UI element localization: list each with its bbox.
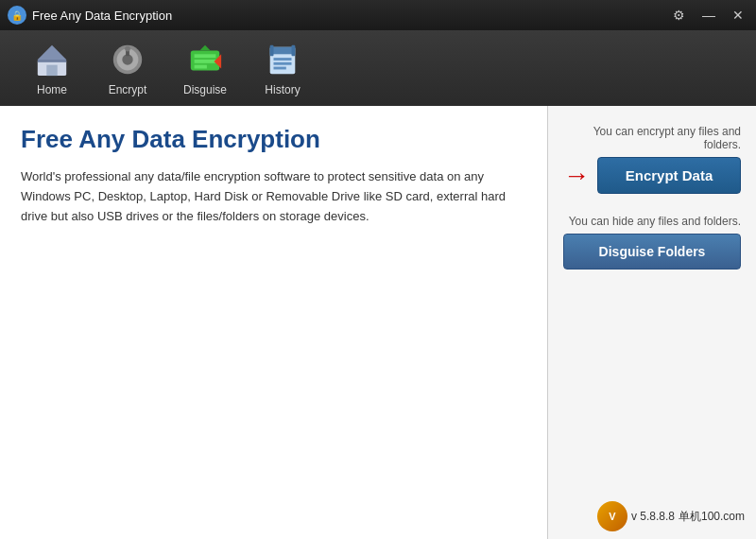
toolbar: Home Encrypt Disguise: [0, 30, 756, 106]
settings-icon[interactable]: ⚙: [668, 6, 690, 25]
disguise-folders-button[interactable]: Disguise Folders: [563, 234, 741, 270]
arrow-area: → Encrypt Data: [563, 157, 741, 194]
toolbar-item-history[interactable]: History: [249, 34, 316, 102]
svg-rect-4: [46, 65, 57, 76]
left-panel: Free Any Data Encryption World's profess…: [0, 106, 548, 539]
encrypt-icon: [108, 40, 147, 79]
app-title: Free Any Data Encryption: [32, 9, 668, 23]
encrypt-data-button[interactable]: Encrypt Data: [597, 157, 741, 194]
svg-rect-15: [195, 65, 207, 69]
encrypt-section: You can encrypt any files and folders. →…: [563, 125, 741, 194]
svg-rect-20: [274, 67, 286, 70]
toolbar-item-disguise[interactable]: Disguise: [170, 34, 240, 102]
svg-rect-22: [270, 45, 274, 56]
main-content: Free Any Data Encryption World's profess…: [0, 106, 756, 539]
disguise-section: You can hide any files and folders. Disg…: [563, 215, 741, 270]
window-controls: ⚙ — ✕: [668, 6, 748, 25]
home-label: Home: [37, 83, 67, 96]
disguise-icon: [185, 40, 225, 79]
svg-marker-3: [38, 45, 66, 60]
history-label: History: [265, 83, 300, 96]
svg-marker-12: [199, 45, 210, 51]
history-icon: [263, 40, 302, 79]
watermark-site: 单机100.com: [679, 509, 745, 525]
disguise-hint: You can hide any files and folders.: [563, 215, 741, 228]
watermark-version: v 5.8.8.8: [631, 510, 675, 523]
disguise-label: Disguise: [183, 83, 227, 96]
encrypt-label: Encrypt: [109, 83, 147, 96]
svg-rect-14: [195, 60, 216, 63]
svg-rect-18: [274, 58, 292, 61]
svg-rect-17: [270, 47, 296, 55]
right-panel: You can encrypt any files and folders. →…: [548, 106, 756, 539]
watermark: V v 5.8.8.8 单机100.com: [597, 501, 745, 531]
red-arrow-icon: →: [563, 161, 590, 191]
close-button[interactable]: ✕: [728, 6, 748, 25]
svg-rect-19: [274, 62, 292, 65]
svg-rect-5: [38, 60, 66, 62]
toolbar-item-encrypt[interactable]: Encrypt: [94, 34, 161, 102]
svg-text:🔒: 🔒: [11, 9, 24, 22]
svg-rect-13: [195, 54, 216, 58]
minimize-button[interactable]: —: [697, 6, 720, 25]
svg-rect-21: [292, 45, 296, 56]
toolbar-item-home[interactable]: Home: [19, 34, 85, 102]
home-icon: [32, 40, 72, 79]
title-bar: 🔒 Free Any Data Encryption ⚙ — ✕: [0, 0, 756, 30]
app-icon: 🔒: [8, 6, 26, 25]
encrypt-hint: You can encrypt any files and folders.: [563, 125, 741, 151]
svg-point-10: [125, 46, 130, 52]
main-heading: Free Any Data Encryption: [21, 125, 526, 154]
watermark-icon: V: [597, 501, 627, 531]
main-description: World's professional any data/file encry…: [21, 167, 526, 226]
